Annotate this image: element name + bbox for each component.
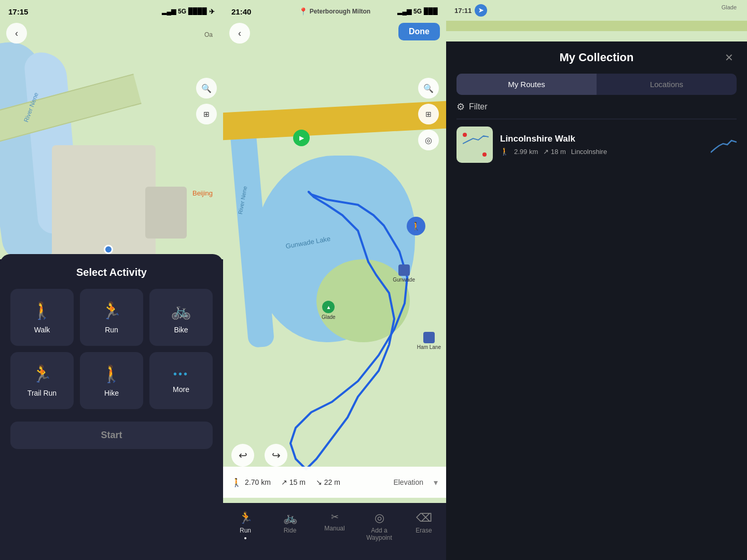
user-location-dot-1 (104, 245, 113, 254)
hike-label: Hike (104, 389, 119, 397)
filter-icon: ⚙ (457, 101, 465, 113)
nav-run[interactable]: 🏃 Run (227, 511, 264, 539)
layers-button-2[interactable]: ⊞ (418, 104, 439, 124)
erase-nav-icon: ⌫ (416, 511, 432, 525)
activity-card-hike[interactable]: 🚶 Hike (80, 352, 143, 409)
back-button-2[interactable]: ‹ (229, 23, 250, 44)
time-display-2: 21:40 (231, 7, 251, 16)
back-button-1[interactable]: ‹ (6, 23, 27, 44)
map-background-1: Beijing River Nene Oa 17:15 ▂▄▆ 5G ▉▉▉▉ … (0, 0, 223, 259)
nav-arrow-icon-1: ✈ (209, 8, 215, 16)
ride-nav-icon: 🚲 (283, 511, 297, 525)
time-display-1: 17:15 (8, 7, 28, 16)
location-header: 📍 Peterborough Milton (299, 7, 370, 16)
route-elevation-chart (711, 134, 737, 155)
search-button-2[interactable]: 🔍 (418, 78, 439, 99)
tab-locations[interactable]: Locations (597, 74, 737, 95)
glade-marker: ▲ Glade (322, 301, 336, 320)
activity-card-bike[interactable]: 🚲 Bike (149, 289, 213, 346)
stat-ascent: ↗ 15 m (281, 478, 306, 486)
urban-area-2 (145, 187, 187, 239)
end-dot (482, 152, 487, 157)
time-display-3: 17:11 (454, 7, 472, 15)
bottom-nav-2: 🏃 Run 🚲 Ride ✂ Manual ◎ Add aWaypoint ⌫ … (223, 503, 446, 560)
locate-button[interactable]: ◎ (418, 130, 439, 150)
filter-label: Filter (469, 102, 488, 111)
activity-card-walk[interactable]: 🚶 Walk (10, 289, 74, 346)
status-icons-2: ▂▄▆ 5G ▉▉▉ (397, 8, 438, 15)
activity-card-run[interactable]: 🏃 Run (80, 289, 143, 346)
layers-button-1[interactable]: ⊞ (196, 104, 217, 124)
ascent-value: ↗ 15 m (281, 478, 306, 486)
nav-ride[interactable]: 🚲 Ride (272, 511, 308, 534)
ride-nav-label: Ride (284, 527, 297, 534)
status-icons-1: ▂▄▆ 5G ▉▉▉▉ ✈ (162, 8, 215, 16)
bike-icon: 🚲 (171, 301, 191, 320)
route-list-item[interactable]: Lincolnshire Walk 🚶 2.99 km ↗ 18 m Linco… (446, 119, 747, 170)
stats-bar: 🚶 2.70 km ↗ 15 m ↘ 22 m Elevation ▾ (223, 467, 446, 498)
start-button[interactable]: Start (10, 422, 213, 449)
collection-title: My Collection (472, 51, 721, 64)
elevation-button[interactable]: Elevation (393, 478, 423, 486)
close-button[interactable]: ✕ (721, 50, 737, 65)
collection-map-header: Glade 17:11 ➤ (446, 0, 747, 41)
map-label-oak: Oa (204, 31, 213, 38)
filter-row[interactable]: ⚙ Filter (446, 95, 747, 119)
route-info: Lincolnshire Walk 🚶 2.99 km ↗ 18 m Linco… (500, 134, 703, 156)
waypoint-nav-icon: ◎ (375, 511, 384, 525)
collection-header: My Collection ✕ (446, 41, 747, 65)
panel-select-activity: Beijing River Nene Oa 17:15 ▂▄▆ 5G ▉▉▉▉ … (0, 0, 223, 560)
collection-tabs: My Routes Locations (457, 74, 737, 95)
elevation-mini-chart (463, 131, 489, 146)
nav-manual[interactable]: ✂ Manual (316, 511, 353, 532)
trail-run-icon: 🏃 (32, 364, 52, 384)
walk-route-icon: 🚶 (500, 147, 509, 156)
redo-button[interactable]: ↪ (265, 444, 287, 467)
search-button-1[interactable]: 🔍 (196, 78, 217, 99)
highway-shape (223, 103, 446, 139)
nav-waypoint[interactable]: ◎ Add aWaypoint (361, 511, 397, 542)
erase-nav-label: Erase (416, 527, 432, 534)
walk-label: Walk (34, 326, 50, 334)
route-region: Lincolnshire (571, 148, 607, 156)
run-icon: 🏃 (101, 301, 122, 320)
tab-my-routes[interactable]: My Routes (457, 74, 597, 95)
location-icon-3: ➤ (475, 4, 487, 17)
active-indicator (244, 537, 246, 539)
activity-selection-panel: Select Activity 🚶 Walk 🏃 Run 🚲 Bike 🏃 Tr… (0, 254, 223, 560)
route-distance: 2.99 km (514, 148, 538, 156)
route-name: Lincolnshire Walk (500, 134, 703, 144)
status-bar-3: 17:11 ➤ (454, 4, 487, 17)
location-arrow-icon: ➤ (478, 7, 483, 14)
done-button[interactable]: Done (398, 23, 440, 40)
nav-erase[interactable]: ⌫ Erase (406, 511, 442, 534)
elevation-chart-svg (711, 134, 737, 155)
battery-icon-2: ▉▉▉ (424, 8, 438, 15)
network-label-2: 5G (413, 8, 422, 15)
activity-grid: 🚶 Walk 🏃 Run 🚲 Bike 🏃 Trail Run 🚶 Hike (10, 289, 213, 409)
chevron-down-icon: ▾ (434, 478, 438, 487)
activity-card-trail-run[interactable]: 🏃 Trail Run (10, 352, 74, 409)
panel-route-map: River Nene Gunwade Lake 🚶 ▲ Glade Gunwad… (223, 0, 446, 560)
status-bar-1: 17:15 ▂▄▆ 5G ▉▉▉▉ ✈ (0, 0, 223, 23)
urban-area-1 (52, 145, 156, 259)
gunwade-marker: Gunwade (393, 264, 415, 283)
activity-card-more[interactable]: ••• More (149, 352, 213, 409)
walk-icon: 🚶 (32, 301, 52, 320)
trail-run-label: Trail Run (27, 389, 57, 397)
map-road-strip (446, 21, 747, 31)
route-meta: 🚶 2.99 km ↗ 18 m Lincolnshire (500, 147, 703, 156)
hamlane-marker: Ham Lane (417, 332, 441, 350)
bike-label: Bike (174, 326, 188, 334)
activity-panel-title: Select Activity (10, 267, 213, 278)
undo-button[interactable]: ↩ (231, 444, 254, 467)
user-position-marker: 🚶 (407, 217, 425, 235)
battery-icon-1: ▉▉▉▉ (188, 8, 207, 15)
signal-icon-2: ▂▄▆ (397, 8, 411, 15)
more-label: More (173, 385, 189, 394)
manual-nav-icon: ✂ (331, 511, 339, 523)
signal-icon-1: ▂▄▆ (162, 8, 176, 15)
stat-descent: ↘ 22 m (316, 478, 340, 486)
route-thumbnail (457, 127, 493, 163)
location-label: Peterborough Milton (310, 8, 370, 15)
